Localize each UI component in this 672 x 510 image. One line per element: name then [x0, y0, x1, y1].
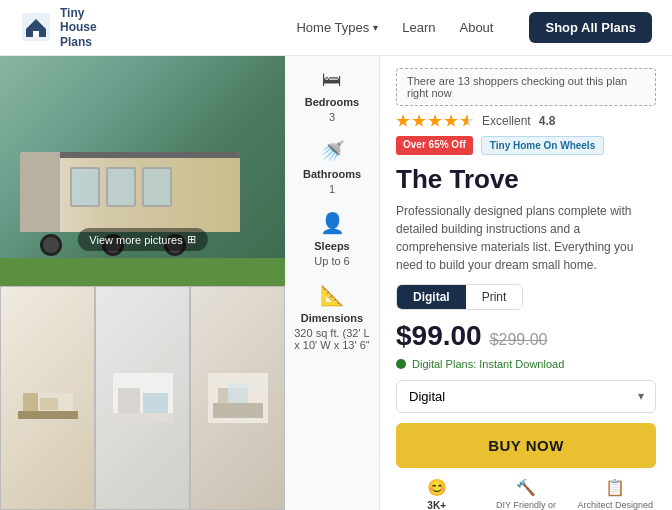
interior-svg-3 — [208, 373, 268, 423]
navbar: Tiny House Plans Home Types ▾ Learn Abou… — [0, 0, 672, 56]
logo[interactable]: Tiny House Plans — [20, 6, 97, 49]
svg-rect-1 — [33, 31, 39, 37]
wheel-1 — [40, 234, 62, 256]
svg-rect-5 — [18, 411, 78, 419]
price-original: $299.00 — [490, 331, 548, 349]
svg-rect-4 — [40, 398, 58, 410]
thumbnail-3[interactable] — [190, 286, 285, 510]
shoppers-notice: There are 13 shoppers checking out this … — [396, 68, 656, 106]
star-rating — [396, 114, 474, 128]
trust-architect: 📋 Architect Designed — [575, 478, 656, 510]
house-window-2 — [106, 167, 136, 207]
format-select-wrapper: Digital Print ▾ — [396, 380, 656, 413]
star-5 — [460, 114, 474, 128]
chevron-down-icon: ▾ — [373, 22, 378, 33]
image-panel: View more pictures ⊞ — [0, 56, 285, 510]
nav-links: Home Types ▾ Learn About Shop All Plans — [296, 12, 652, 43]
price-row: $99.00 $299.00 — [396, 320, 656, 352]
sleeps-icon: 👤 — [320, 211, 345, 235]
thumbnail-1[interactable] — [0, 286, 95, 510]
badges-row: Over 65% Off Tiny Home On Wheels — [396, 136, 656, 155]
house-body — [20, 152, 240, 232]
bathrooms-label: Bathrooms — [303, 168, 361, 180]
trust-customers: 😊 3K+ Happy Customers — [396, 478, 477, 510]
house-windows — [70, 167, 230, 207]
specs-sidebar: 🛏 Bedrooms 3 🚿 Bathrooms 1 👤 Sleeps Up t… — [285, 56, 380, 510]
trust-diy: 🔨 DIY Friendly or Builder Ready — [485, 478, 566, 510]
sleeps-label: Sleeps — [314, 240, 349, 252]
price-current: $99.00 — [396, 320, 482, 352]
category-badge: Tiny Home On Wheels — [481, 136, 604, 155]
buy-now-button[interactable]: BUY NOW — [396, 423, 656, 468]
svg-rect-13 — [228, 383, 248, 403]
thumbnail-2[interactable] — [95, 286, 190, 510]
interior-svg-2 — [113, 373, 173, 423]
spec-bathrooms: 🚿 Bathrooms 1 — [293, 139, 371, 195]
house-side — [20, 152, 60, 232]
tab-print[interactable]: Print — [466, 285, 523, 309]
logo-text2: House — [60, 20, 97, 34]
product-title: The Trove — [396, 165, 656, 194]
shop-all-button[interactable]: Shop All Plans — [529, 12, 652, 43]
spec-dimensions: 📐 Dimensions 320 sq ft. (32' L x 10' W x… — [293, 283, 371, 351]
house-window-1 — [70, 167, 100, 207]
sleeps-value: Up to 6 — [314, 255, 349, 267]
diy-icon: 🔨 — [516, 478, 536, 497]
tab-digital[interactable]: Digital — [397, 285, 466, 309]
interior-svg-1 — [18, 373, 78, 423]
product-description: Professionally designed plans complete w… — [396, 202, 656, 274]
logo-icon — [20, 11, 52, 43]
spec-sleeps: 👤 Sleeps Up to 6 — [293, 211, 371, 267]
thumb-interior-3 — [191, 287, 284, 509]
nav-about[interactable]: About — [459, 20, 493, 35]
trust-architect-label: Architect Designed — [578, 500, 654, 510]
logo-text3: Plans — [60, 35, 97, 49]
format-select[interactable]: Digital Print — [396, 380, 656, 413]
thumb-interior-1 — [1, 287, 94, 509]
nav-home-types[interactable]: Home Types ▾ — [296, 20, 378, 35]
svg-rect-8 — [143, 393, 168, 413]
trust-badges: 😊 3K+ Happy Customers 🔨 DIY Friendly or … — [396, 478, 656, 510]
star-3 — [428, 114, 442, 128]
dimensions-label: Dimensions — [301, 312, 363, 324]
trust-diy-label: DIY Friendly or Builder Ready — [485, 500, 566, 510]
instant-download-text: Digital Plans: Instant Download — [412, 358, 564, 370]
rating-row: Excellent 4.8 — [396, 114, 656, 128]
green-dot-icon — [396, 359, 406, 369]
main-product-image: View more pictures ⊞ — [0, 56, 285, 286]
thumb-interior-2 — [96, 287, 189, 509]
rating-label: Excellent — [482, 114, 531, 128]
star-2 — [412, 114, 426, 128]
product-panel: There are 13 shoppers checking out this … — [380, 56, 672, 510]
sale-badge: Over 65% Off — [396, 136, 473, 155]
dimensions-icon: 📐 — [320, 283, 345, 307]
trust-count: 3K+ — [427, 500, 446, 510]
house-window-3 — [142, 167, 172, 207]
bathrooms-value: 1 — [329, 183, 335, 195]
view-more-button[interactable]: View more pictures ⊞ — [77, 228, 207, 251]
house-stripe — [60, 152, 240, 158]
nav-learn[interactable]: Learn — [402, 20, 435, 35]
bedrooms-value: 3 — [329, 111, 335, 123]
thumbnail-row — [0, 286, 285, 510]
star-1 — [396, 114, 410, 128]
format-tabs: Digital Print — [396, 284, 523, 310]
svg-rect-12 — [213, 403, 263, 418]
star-4 — [444, 114, 458, 128]
logo-text: Tiny — [60, 6, 97, 20]
grass-decoration — [0, 258, 285, 286]
bath-icon: 🚿 — [320, 139, 345, 163]
bed-icon: 🛏 — [322, 68, 342, 91]
customers-icon: 😊 — [427, 478, 447, 497]
instant-download-row: Digital Plans: Instant Download — [396, 358, 656, 370]
main-content: View more pictures ⊞ — [0, 56, 672, 510]
bedrooms-label: Bedrooms — [305, 96, 359, 108]
rating-score: 4.8 — [539, 114, 556, 128]
dimensions-value: 320 sq ft. (32' L x 10' W x 13' 6" — [293, 327, 371, 351]
svg-rect-9 — [113, 413, 173, 423]
spec-bedrooms: 🛏 Bedrooms 3 — [293, 68, 371, 123]
camera-icon: ⊞ — [187, 233, 196, 246]
architect-icon: 📋 — [605, 478, 625, 497]
